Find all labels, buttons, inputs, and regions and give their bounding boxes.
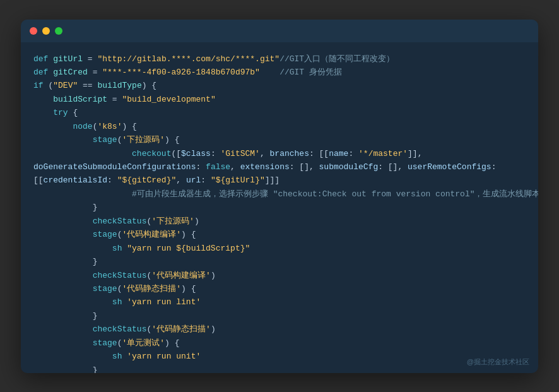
code-line: sh 'yarn run unit' <box>33 350 526 363</box>
code-line: sh "yarn run ${buildScript}" <box>33 242 526 255</box>
code-line: sh 'yarn run lint' <box>33 295 526 309</box>
code-line: } <box>33 255 526 268</box>
code-line: buildScript = "build_development" <box>33 93 526 106</box>
minimize-dot[interactable] <box>42 27 50 35</box>
code-area: def gitUrl = "http://gitlab.****.com/shc… <box>21 42 538 373</box>
code-line: stage('代码构建编译') { <box>33 228 526 241</box>
code-line: } <box>33 309 526 323</box>
code-line: stage('下拉源码') { <box>33 133 526 146</box>
code-line: checkStatus('下拉源码') <box>33 215 526 228</box>
maximize-dot[interactable] <box>55 27 62 35</box>
code-line: #可由片段生成器生成，选择示例步骤 "checkout:Check out fr… <box>33 187 526 201</box>
code-line: doGenerateSubmoduleConfigurations: false… <box>33 160 526 174</box>
code-window: def gitUrl = "http://gitlab.****.com/shc… <box>21 20 538 373</box>
code-line: } <box>33 364 526 373</box>
code-line: def gitUrl = "http://gitlab.****.com/shc… <box>33 52 526 66</box>
code-line: checkout([$class: 'GitSCM', branches: [[… <box>33 147 526 160</box>
code-line: node('k8s') { <box>33 120 526 133</box>
code-line: if ("DEV" == buildType) { <box>33 79 526 92</box>
code-line: checkStatus('代码静态扫描') <box>33 323 526 336</box>
watermark: @掘土挖金技术社区 <box>467 356 529 367</box>
code-line: stage('代码静态扫描') { <box>33 282 526 295</box>
code-line: checkStatus('代码构建编译') <box>33 269 526 282</box>
code-line: def gitCred = "***-***-4f00-a926-1848b67… <box>33 66 526 79</box>
code-line: stage('单元测试') { <box>33 336 526 350</box>
code-line: [[credentialsId: "${gitCred}", url: "${g… <box>33 174 526 187</box>
close-dot[interactable] <box>30 27 37 35</box>
code-line: try { <box>33 106 526 119</box>
titlebar <box>21 20 538 42</box>
code-line: } <box>33 201 526 214</box>
